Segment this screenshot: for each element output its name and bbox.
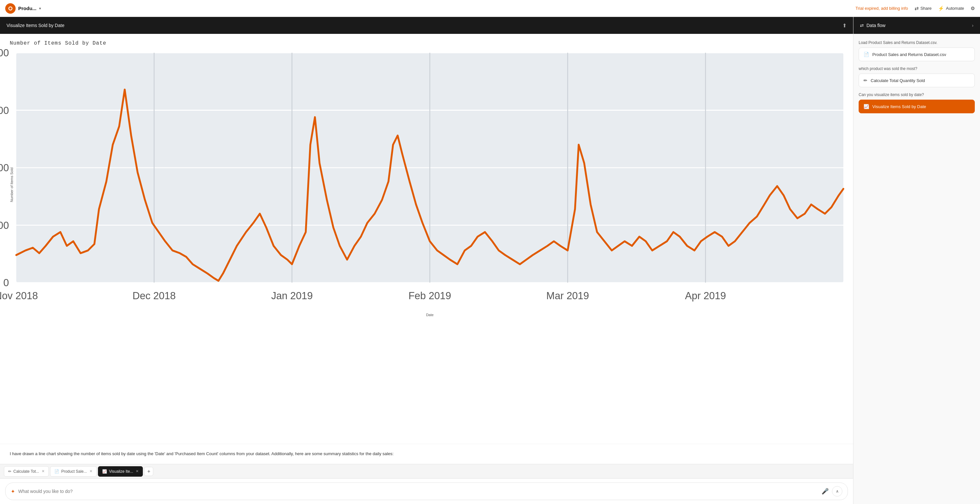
x-axis-label: Date — [16, 313, 843, 317]
tab-visualize-icon: 📈 — [102, 469, 107, 474]
svg-text:500: 500 — [0, 220, 9, 231]
add-tab-button[interactable]: + — [144, 467, 153, 476]
main-content: Visualize Items Sold by Date ⬆ Number of… — [0, 17, 980, 504]
tab-visualize-label: Visualize Ite... — [109, 469, 133, 474]
dataset-icon: 📄 — [864, 52, 869, 57]
right-panel: ⇄ Data flow › Load Product Sales and Ret… — [853, 17, 980, 504]
chart-title: Number of Items Sold by Date — [10, 40, 843, 46]
right-panel-title: ⇄ Data flow — [860, 23, 885, 28]
svg-text:Mar 2019: Mar 2019 — [546, 290, 589, 301]
input-bar: ✦ 🎤 ∧ — [0, 478, 853, 504]
share-button[interactable]: ⇄ Share — [915, 6, 932, 11]
chat-input[interactable] — [18, 489, 818, 494]
chart-inner: 0 500 1000 1500 2000 Nov 2018 Dec 2018 J… — [16, 53, 843, 317]
svg-text:0: 0 — [3, 277, 9, 289]
tab-product-label: Product Sale... — [61, 469, 87, 474]
step-3-label: Can you visualize items sold by date? — [859, 93, 975, 97]
svg-point-1 — [9, 7, 11, 10]
input-wrapper: ✦ 🎤 ∧ — [5, 483, 848, 500]
svg-text:Dec 2018: Dec 2018 — [132, 290, 176, 301]
step-2-label: which product was sold the most? — [859, 66, 975, 71]
tab-calculate-icon: ✏ — [8, 469, 11, 474]
y-axis-label: Number of Items Sold — [10, 53, 14, 317]
app-logo[interactable] — [5, 3, 16, 14]
right-panel-header: ⇄ Data flow › — [853, 17, 980, 34]
left-panel-title: Visualize Items Sold by Date — [6, 23, 64, 28]
step-1-label: Load Product Sales and Returns Dataset.c… — [859, 40, 975, 45]
tab-calculate[interactable]: ✏ Calculate Tot... ✕ — [4, 466, 49, 477]
tab-product-close[interactable]: ✕ — [89, 469, 92, 474]
tab-visualize[interactable]: 📈 Visualize Ite... ✕ — [98, 466, 143, 477]
chart-container: Number of Items Sold — [10, 53, 843, 317]
microphone-icon[interactable]: 🎤 — [821, 488, 829, 495]
trial-notice[interactable]: Trial expired, add billing info — [855, 6, 908, 11]
tab-product-icon: 📄 — [54, 469, 59, 474]
left-panel-header: Visualize Items Sold by Date ⬆ — [0, 17, 853, 34]
dataflow-item-calculate[interactable]: ✏ Calculate Total Quantity Sold — [859, 73, 975, 87]
automate-label: Automate — [946, 6, 964, 11]
download-icon[interactable]: ⬆ — [842, 22, 846, 29]
title-chevron-icon[interactable]: ▾ — [39, 6, 41, 11]
calculate-icon: ✏ — [864, 78, 867, 83]
right-panel-chevron-icon[interactable]: › — [972, 23, 974, 28]
navbar-right: Trial expired, add billing info ⇄ Share … — [855, 6, 975, 11]
svg-text:Jan 2019: Jan 2019 — [271, 290, 313, 301]
tab-calculate-label: Calculate Tot... — [13, 469, 39, 474]
svg-text:Apr 2019: Apr 2019 — [685, 290, 726, 301]
navbar: Produ... ▾ Trial expired, add billing in… — [0, 0, 980, 17]
chart-description: I have drawn a line chart showing the nu… — [0, 444, 853, 464]
calculate-item-text: Calculate Total Quantity Sold — [871, 78, 925, 83]
chart-svg-wrapper: 0 500 1000 1500 2000 Nov 2018 Dec 2018 J… — [16, 53, 843, 312]
line-chart: 0 500 1000 1500 2000 Nov 2018 Dec 2018 J… — [16, 53, 843, 310]
tabs-bar: ✏ Calculate Tot... ✕ 📄 Product Sale... ✕… — [0, 464, 853, 478]
ai-icon: ✦ — [11, 488, 15, 494]
description-content: I have drawn a line chart showing the nu… — [10, 451, 394, 456]
visualize-item-text: Visualize Items Sold by Date — [872, 104, 926, 109]
chart-area: Number of Items Sold by Date Number of I… — [0, 34, 853, 444]
svg-text:2000: 2000 — [0, 47, 9, 59]
gear-icon: ⚙ — [970, 6, 975, 11]
automate-button[interactable]: ⚡ Automate — [938, 6, 964, 11]
tab-product[interactable]: 📄 Product Sale... ✕ — [50, 466, 97, 477]
dataflow-item-dataset[interactable]: 📄 Product Sales and Returns Dataset.csv — [859, 48, 975, 61]
svg-text:1000: 1000 — [0, 162, 9, 174]
svg-text:1500: 1500 — [0, 105, 9, 116]
svg-text:Nov 2018: Nov 2018 — [0, 290, 38, 301]
left-panel: Visualize Items Sold by Date ⬆ Number of… — [0, 17, 853, 504]
automate-icon: ⚡ — [938, 6, 944, 11]
dataset-item-text: Product Sales and Returns Dataset.csv — [872, 52, 946, 57]
navbar-left: Produ... ▾ — [5, 3, 41, 14]
dataflow-icon: ⇄ — [860, 23, 864, 28]
dataflow-content: Load Product Sales and Returns Dataset.c… — [853, 34, 980, 504]
visualize-icon: 📈 — [864, 104, 869, 109]
share-label: Share — [920, 6, 932, 11]
dataflow-title-text: Data flow — [867, 23, 885, 28]
svg-text:Feb 2019: Feb 2019 — [408, 290, 451, 301]
tab-visualize-close[interactable]: ✕ — [136, 469, 138, 474]
tab-calculate-close[interactable]: ✕ — [41, 469, 45, 474]
app-title: Produ... — [18, 6, 37, 11]
dataflow-item-visualize[interactable]: 📈 Visualize Items Sold by Date — [859, 100, 975, 113]
share-icon: ⇄ — [915, 6, 919, 11]
settings-button[interactable]: ⚙ — [970, 6, 975, 11]
expand-button[interactable]: ∧ — [832, 486, 842, 496]
